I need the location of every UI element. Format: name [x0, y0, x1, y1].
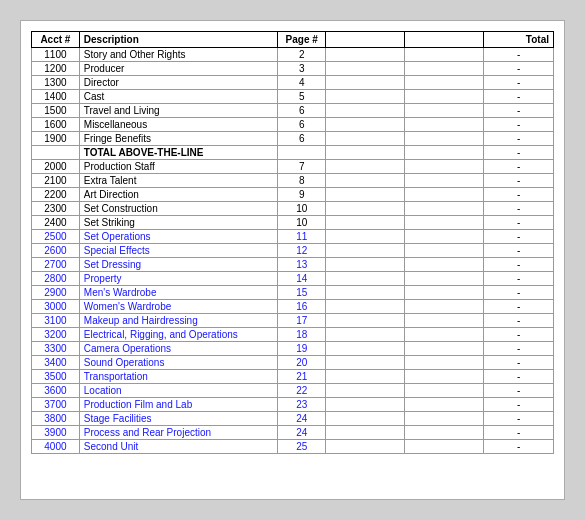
row-blank2 [405, 76, 484, 90]
row-acct: 3300 [32, 342, 80, 356]
row-blank2 [405, 174, 484, 188]
row-blank2 [405, 356, 484, 370]
row-blank2 [405, 118, 484, 132]
row-acct: 2500 [32, 230, 80, 244]
row-page: 6 [278, 104, 326, 118]
table-row: 3500 Transportation 21 - [32, 370, 554, 384]
row-page: 11 [278, 230, 326, 244]
row-acct: 1600 [32, 118, 80, 132]
row-total: - [484, 118, 554, 132]
row-page: 19 [278, 342, 326, 356]
row-blank2 [405, 370, 484, 384]
row-blank2 [405, 62, 484, 76]
row-page: 13 [278, 258, 326, 272]
row-desc: Property [79, 272, 278, 286]
row-total: - [484, 258, 554, 272]
row-blank2 [405, 230, 484, 244]
header-page: Page # [278, 32, 326, 48]
row-desc: Electrical, Rigging, and Operations [79, 328, 278, 342]
row-blank1 [326, 104, 405, 118]
row-blank2 [405, 384, 484, 398]
header-blank1 [326, 32, 405, 48]
row-desc: Travel and Living [79, 104, 278, 118]
table-row: 1200 Producer 3 - [32, 62, 554, 76]
row-acct: 2600 [32, 244, 80, 258]
row-desc: Sound Operations [79, 356, 278, 370]
row-desc: Extra Talent [79, 174, 278, 188]
row-desc: Producer [79, 62, 278, 76]
row-blank1 [326, 370, 405, 384]
row-blank1 [326, 328, 405, 342]
page-container: Acct # Description Page # Total 1100 Sto… [20, 20, 565, 500]
row-acct: 2400 [32, 216, 80, 230]
row-page: 12 [278, 244, 326, 258]
row-blank1 [326, 230, 405, 244]
row-page: 10 [278, 202, 326, 216]
row-page: 6 [278, 132, 326, 146]
row-blank1 [326, 258, 405, 272]
table-row: 3600 Location 22 - [32, 384, 554, 398]
row-desc: Director [79, 76, 278, 90]
table-row: 2600 Special Effects 12 - [32, 244, 554, 258]
row-blank2 [405, 412, 484, 426]
row-blank1 [326, 440, 405, 454]
row-desc: Set Striking [79, 216, 278, 230]
table-row: 3800 Stage Facilities 24 - [32, 412, 554, 426]
table-row: 1100 Story and Other Rights 2 - [32, 48, 554, 62]
row-acct: 2100 [32, 174, 80, 188]
row-desc: Process and Rear Projection [79, 426, 278, 440]
row-blank2 [405, 104, 484, 118]
row-blank1 [326, 426, 405, 440]
table-row: 3400 Sound Operations 20 - [32, 356, 554, 370]
row-desc: Story and Other Rights [79, 48, 278, 62]
row-total: - [484, 342, 554, 356]
row-blank1 [326, 90, 405, 104]
row-blank1 [326, 244, 405, 258]
row-total: - [484, 440, 554, 454]
row-page: 24 [278, 412, 326, 426]
row-total: - [484, 244, 554, 258]
row-page: 22 [278, 384, 326, 398]
row-acct: 3400 [32, 356, 80, 370]
row-page: 2 [278, 48, 326, 62]
table-row: TOTAL ABOVE-THE-LINE - [32, 146, 554, 160]
row-blank2 [405, 440, 484, 454]
row-desc: Women's Wardrobe [79, 300, 278, 314]
row-acct: 2000 [32, 160, 80, 174]
table-row: 3900 Process and Rear Projection 24 - [32, 426, 554, 440]
table-row: 2500 Set Operations 11 - [32, 230, 554, 244]
row-page: 6 [278, 118, 326, 132]
row-blank2 [405, 188, 484, 202]
row-page: 15 [278, 286, 326, 300]
row-acct: 2700 [32, 258, 80, 272]
row-page: 24 [278, 426, 326, 440]
row-acct: 1200 [32, 62, 80, 76]
row-blank1 [326, 216, 405, 230]
row-blank1 [326, 272, 405, 286]
row-blank2 [405, 328, 484, 342]
table-row: 3000 Women's Wardrobe 16 - [32, 300, 554, 314]
row-blank2 [405, 90, 484, 104]
row-total: - [484, 104, 554, 118]
row-page: 16 [278, 300, 326, 314]
row-total: - [484, 216, 554, 230]
row-page: 3 [278, 62, 326, 76]
row-blank2 [405, 160, 484, 174]
row-desc: Cast [79, 90, 278, 104]
row-blank1 [326, 132, 405, 146]
row-total: - [484, 328, 554, 342]
row-total: - [484, 174, 554, 188]
row-desc: Camera Operations [79, 342, 278, 356]
row-total: - [484, 146, 554, 160]
header-desc: Description [79, 32, 278, 48]
row-blank2 [405, 202, 484, 216]
row-blank2 [405, 426, 484, 440]
row-page: 4 [278, 76, 326, 90]
row-blank2 [405, 244, 484, 258]
header-acct: Acct # [32, 32, 80, 48]
row-acct: 3600 [32, 384, 80, 398]
row-page: 20 [278, 356, 326, 370]
row-blank1 [326, 188, 405, 202]
row-acct [32, 146, 80, 160]
row-acct: 2200 [32, 188, 80, 202]
